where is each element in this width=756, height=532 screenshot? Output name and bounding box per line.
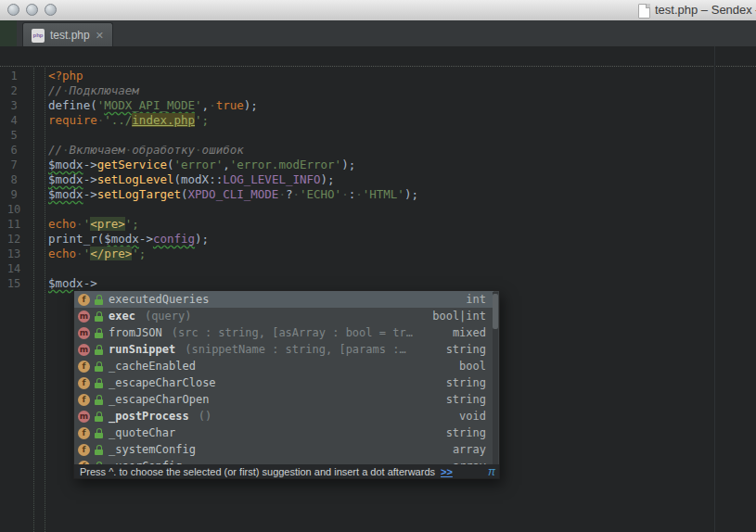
completion-list: fexecutedQueriesintmexec(query)bool|intm… — [74, 291, 493, 475]
code-line[interactable]: 14 — [0, 261, 756, 276]
completion-item[interactable]: f_systemConfigarray — [74, 441, 493, 458]
code-token: ( — [174, 172, 182, 186]
completion-name: _escapeCharOpen — [109, 393, 209, 406]
scrollbar-thumb[interactable] — [493, 294, 498, 329]
autocomplete-popup: fexecutedQueriesintmexec(query)bool|intm… — [73, 290, 500, 479]
completion-item[interactable]: f_escapeCharOpenstring — [74, 391, 493, 408]
code-token: ); — [195, 232, 209, 246]
code-line[interactable]: 2//·Подключаем — [0, 83, 756, 98]
public-visibility-lock-icon — [95, 328, 104, 338]
minimize-button[interactable] — [26, 4, 38, 16]
tab-test-php[interactable]: php test.php ✕ — [22, 22, 113, 47]
code-token: index.php — [132, 113, 195, 127]
code-area[interactable]: 1<?php2//·Подключаем3define('MODX_API_MO… — [0, 69, 756, 291]
code-line[interactable]: 13echo·'</pre>'; — [0, 247, 756, 261]
completion-item[interactable]: mrunSnippet(snippetName : string, [param… — [74, 341, 493, 358]
completion-item[interactable]: mexec(query)bool|int — [74, 308, 493, 324]
code-token: 'error' — [174, 158, 224, 171]
code-token: · — [76, 217, 83, 231]
public-visibility-lock-icon — [95, 361, 104, 372]
code-token: · — [76, 247, 83, 260]
code-token: define — [48, 98, 90, 112]
field-icon: f — [78, 294, 90, 306]
field-icon: f — [78, 444, 90, 456]
completion-name: executedQueries — [109, 293, 209, 306]
code-token: </pre> — [90, 247, 132, 260]
method-icon: m — [78, 310, 90, 323]
code-token: обработку — [132, 143, 195, 157]
code-token: MODX_API_MODE — [104, 98, 195, 112]
code-text: //·Включаем·обработку·ошибок — [28, 143, 244, 158]
code-text: $modx->getService('error','error.modErro… — [28, 158, 355, 172]
public-visibility-lock-icon — [95, 311, 104, 322]
code-token: -> — [83, 172, 97, 186]
line-number: 13 — [0, 247, 28, 261]
close-button[interactable] — [7, 4, 19, 16]
editor-top-divider — [0, 66, 756, 67]
code-line[interactable]: 12print_r($modx->config); — [0, 232, 756, 247]
completion-item[interactable]: f_cacheEnabledbool — [74, 358, 493, 374]
completion-return-type: string — [446, 393, 486, 406]
editor-tab-bar: php test.php ✕ — [0, 20, 756, 47]
line-number: 7 — [0, 158, 28, 172]
code-token: // — [48, 143, 62, 157]
completion-item[interactable]: f_escapeCharClosestring — [74, 374, 493, 391]
code-token: ); — [244, 98, 258, 112]
completion-item[interactable]: mfromJSON(src : string, [asArray : bool … — [74, 324, 493, 341]
public-visibility-lock-icon — [95, 445, 104, 455]
code-line[interactable]: 4require·'../index.php'; — [0, 113, 756, 128]
completion-return-type: int — [466, 293, 486, 306]
code-token: -> — [83, 158, 97, 171]
code-text: $modx-> — [28, 276, 97, 291]
code-token: $modx — [48, 158, 83, 171]
code-line[interactable]: 11echo·'<pre>'; — [0, 217, 756, 232]
code-line[interactable]: 10 — [0, 202, 756, 217]
line-number: 10 — [0, 202, 28, 217]
code-token: ( — [181, 187, 188, 201]
line-number: 2 — [0, 83, 28, 98]
completion-item[interactable]: m_postProcess()void — [74, 408, 493, 424]
code-token: · — [292, 187, 300, 201]
popup-scrollbar[interactable] — [493, 292, 498, 465]
completion-return-type: string — [446, 426, 486, 439]
line-number: 12 — [0, 232, 28, 247]
code-text: require·'../index.php'; — [28, 113, 209, 128]
code-line[interactable]: 6//·Включаем·обработку·ошибок — [0, 143, 756, 158]
completion-params: () — [199, 410, 211, 423]
more-suggestions-link[interactable]: >> — [441, 466, 453, 477]
completion-name: _escapeCharClose — [109, 376, 216, 389]
completion-params: (query) — [145, 310, 192, 323]
code-token: · — [209, 98, 216, 112]
line-number: 14 — [0, 261, 28, 276]
public-visibility-lock-icon — [95, 295, 104, 305]
code-text: print_r($modx->config); — [28, 232, 209, 247]
completion-item[interactable]: f_quoteCharstring — [74, 424, 493, 441]
code-token: Подключаем — [70, 83, 139, 97]
code-line[interactable]: 9$modx->setLogTarget(XPDO_CLI_MODE·?·'EC… — [0, 187, 756, 202]
code-line[interactable]: 15$modx-> — [0, 276, 756, 291]
code-token: · — [278, 187, 286, 201]
code-line[interactable]: 5 — [0, 128, 756, 143]
code-line[interactable]: 3define('MODX_API_MODE',·true); — [0, 98, 756, 113]
line-number: 6 — [0, 143, 28, 158]
code-editor[interactable]: 1<?php2//·Подключаем3define('MODX_API_MO… — [0, 46, 756, 532]
code-line[interactable]: 1<?php — [0, 69, 756, 83]
completion-name: _systemConfig — [109, 443, 196, 456]
completion-params: (snippetName : string, [params :… — [185, 343, 405, 356]
public-visibility-lock-icon — [95, 395, 104, 405]
completion-name: _postProcess — [109, 410, 189, 423]
field-icon: f — [78, 361, 90, 373]
completion-item[interactable]: fexecutedQueriesint — [74, 291, 493, 308]
code-token: '; — [195, 113, 209, 127]
code-token: '; — [132, 247, 146, 260]
code-line[interactable]: 8$modx->setLogLevel(modX::LOG_LEVEL_INFO… — [0, 172, 756, 187]
code-token: echo — [48, 217, 76, 231]
code-token: config — [153, 232, 195, 246]
code-line[interactable]: 7$modx->getService('error','error.modErr… — [0, 158, 756, 172]
tab-close-icon[interactable]: ✕ — [96, 31, 104, 41]
completion-return-type: string — [446, 343, 486, 356]
code-text: $modx->setLogTarget(XPDO_CLI_MODE·?·'ECH… — [28, 187, 418, 202]
code-token: ' — [195, 98, 202, 112]
zoom-button[interactable] — [45, 4, 57, 16]
completion-params: (src : string, [asArray : bool = tr… — [172, 326, 413, 339]
